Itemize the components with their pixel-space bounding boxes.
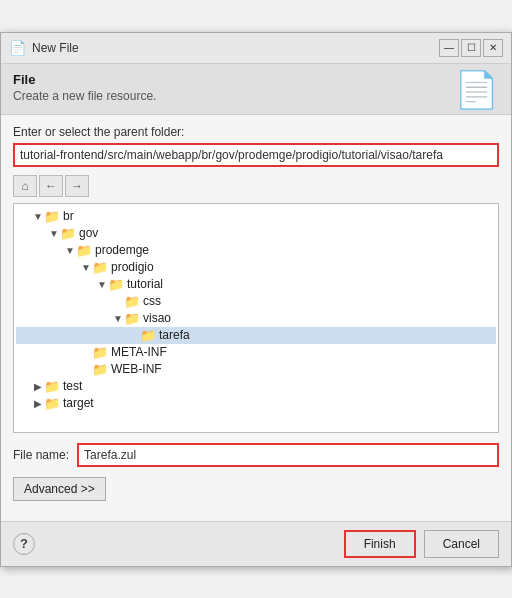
bottom-bar: ? Finish Cancel — [1, 521, 511, 566]
tree-arrow-prodigio: ▼ — [80, 262, 92, 273]
parent-folder-path[interactable]: tutorial-frontend/src/main/webapp/br/gov… — [13, 143, 499, 167]
section-header-text: File Create a new file resource. — [13, 72, 442, 103]
tree-item-css[interactable]: ▶ 📁 css — [16, 293, 496, 310]
help-button[interactable]: ? — [13, 533, 35, 555]
home-button[interactable]: ⌂ — [13, 175, 37, 197]
tree-item-br[interactable]: ▼ 📁 br — [16, 208, 496, 225]
dialog-window: 📄 New File — ☐ ✕ File Create a new file … — [0, 32, 512, 567]
tree-label-visao: visao — [143, 311, 171, 325]
tree-item-test[interactable]: ▶ 📁 test — [16, 378, 496, 395]
folder-icon-meta-inf: 📁 — [92, 345, 108, 360]
title-controls: — ☐ ✕ — [439, 39, 503, 57]
tree-arrow-prodemge: ▼ — [64, 245, 76, 256]
maximize-button[interactable]: ☐ — [461, 39, 481, 57]
bottom-buttons: Finish Cancel — [344, 530, 499, 558]
back-button[interactable]: ← — [39, 175, 63, 197]
tree-arrow-gov: ▼ — [48, 228, 60, 239]
folder-tree-container[interactable]: ▼ 📁 br ▼ 📁 gov ▼ 📁 prodemge — [13, 203, 499, 433]
tree-label-tutorial: tutorial — [127, 277, 163, 291]
section-header: File Create a new file resource. 📄 — [1, 64, 511, 115]
folder-icon-target: 📁 — [44, 396, 60, 411]
tree-label-tarefa: tarefa — [159, 328, 190, 342]
folder-icon-tutorial: 📁 — [108, 277, 124, 292]
folder-icon-test: 📁 — [44, 379, 60, 394]
tree-label-prodigio: prodigio — [111, 260, 154, 274]
minimize-button[interactable]: — — [439, 39, 459, 57]
filename-input[interactable] — [77, 443, 499, 467]
tree-item-visao[interactable]: ▼ 📁 visao — [16, 310, 496, 327]
folder-icon-br: 📁 — [44, 209, 60, 224]
folder-icon-css: 📁 — [124, 294, 140, 309]
tree-arrow-test: ▶ — [32, 381, 44, 392]
tree-label-css: css — [143, 294, 161, 308]
tree-item-gov[interactable]: ▼ 📁 gov — [16, 225, 496, 242]
folder-icon-visao: 📁 — [124, 311, 140, 326]
tree-item-tarefa[interactable]: ▶ 📁 tarefa — [16, 327, 496, 344]
title-bar: 📄 New File — ☐ ✕ — [1, 33, 511, 64]
folder-icon-gov: 📁 — [60, 226, 76, 241]
folder-tree: ▼ 📁 br ▼ 📁 gov ▼ 📁 prodemge — [14, 204, 498, 416]
tree-label-br: br — [63, 209, 74, 223]
folder-icon-prodemge: 📁 — [76, 243, 92, 258]
folder-icon-prodigio: 📁 — [92, 260, 108, 275]
tree-item-tutorial[interactable]: ▼ 📁 tutorial — [16, 276, 496, 293]
folder-icon-tarefa: 📁 — [140, 328, 156, 343]
tree-label-target: target — [63, 396, 94, 410]
folder-toolbar: ⌂ ← → — [13, 173, 499, 199]
tree-label-prodemge: prodemge — [95, 243, 149, 257]
window-title: New File — [32, 41, 79, 55]
tree-arrow-tutorial: ▼ — [96, 279, 108, 290]
tree-arrow-br: ▼ — [32, 211, 44, 222]
section-title: File — [13, 72, 442, 87]
tree-item-prodemge[interactable]: ▼ 📁 prodemge — [16, 242, 496, 259]
window-icon: 📄 — [9, 40, 26, 56]
folder-icon-web-inf: 📁 — [92, 362, 108, 377]
tree-item-meta-inf[interactable]: ▶ 📁 META-INF — [16, 344, 496, 361]
close-button[interactable]: ✕ — [483, 39, 503, 57]
tree-arrow-target: ▶ — [32, 398, 44, 409]
tree-arrow-visao: ▼ — [112, 313, 124, 324]
tree-label-meta-inf: META-INF — [111, 345, 167, 359]
path-label: Enter or select the parent folder: — [13, 125, 499, 139]
cancel-button[interactable]: Cancel — [424, 530, 499, 558]
filename-label: File name: — [13, 448, 69, 462]
tree-label-gov: gov — [79, 226, 98, 240]
tree-item-prodigio[interactable]: ▼ 📁 prodigio — [16, 259, 496, 276]
finish-button[interactable]: Finish — [344, 530, 416, 558]
title-bar-left: 📄 New File — [9, 40, 79, 56]
tree-label-test: test — [63, 379, 82, 393]
section-file-icon: 📄 — [454, 72, 499, 108]
dialog-content: Enter or select the parent folder: tutor… — [1, 115, 511, 521]
tree-label-web-inf: WEB-INF — [111, 362, 162, 376]
forward-button[interactable]: → — [65, 175, 89, 197]
section-description: Create a new file resource. — [13, 89, 442, 103]
filename-row: File name: — [13, 443, 499, 467]
tree-item-web-inf[interactable]: ▶ 📁 WEB-INF — [16, 361, 496, 378]
advanced-button[interactable]: Advanced >> — [13, 477, 106, 501]
tree-item-target[interactable]: ▶ 📁 target — [16, 395, 496, 412]
